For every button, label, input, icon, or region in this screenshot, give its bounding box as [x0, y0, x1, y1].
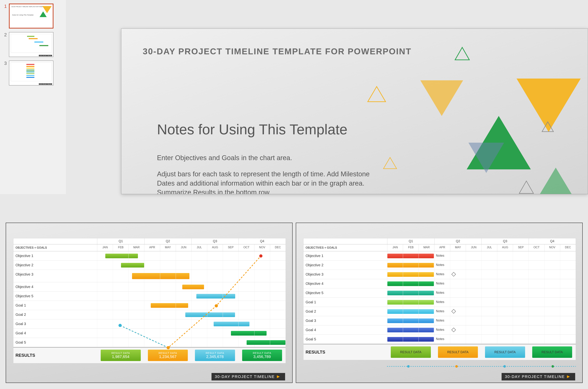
month-label: NOV [544, 244, 560, 251]
gantt-row: Objective 1Notes [304, 251, 576, 260]
svg-point-14 [455, 365, 458, 368]
result-box: RESULT DATA [391, 346, 431, 358]
notes-label: Notes [436, 337, 444, 341]
row-label: Objective 1 [13, 251, 97, 260]
triangle-icon [420, 80, 463, 116]
thumbnail-image-1[interactable]: 30-DAY PROJECT TIMELINE TEMPLATE FOR POW… [9, 3, 53, 29]
month-label: FEB [113, 244, 129, 251]
result-box: RESULT DATA3,456,789 [242, 350, 282, 361]
quarter-header: Q1 Q2 Q3 Q4 [304, 238, 576, 244]
svg-point-16 [552, 365, 554, 368]
notes-label: Notes [436, 300, 444, 304]
main-slide[interactable]: 30-DAY PROJECT TIMELINE TEMPLATE FOR POW… [121, 29, 588, 194]
row-label: Goal 4 [13, 329, 97, 338]
row-label: Goal 2 [304, 307, 387, 316]
slide-number-2: 2 [2, 32, 9, 37]
month-label: APR [144, 244, 160, 251]
month-label: SEP [513, 244, 528, 251]
result-box: RESULT DATA [438, 346, 478, 358]
row-label: Goal 1 [13, 301, 97, 310]
gantt-row: Objective 3Notes [304, 270, 576, 279]
row-label: Goal 5 [304, 335, 387, 344]
slide-body: Enter Objectives and Goals in the chart … [157, 153, 385, 194]
triangle-outline-icon [518, 180, 534, 194]
row-label: Objective 5 [304, 288, 387, 297]
month-label: AUG [207, 244, 223, 251]
results-label: RESULTS [304, 350, 387, 355]
result-box: RESULT DATA1,987,654 [101, 350, 141, 361]
task-bar[interactable] [121, 263, 144, 267]
triangle-icon [534, 168, 577, 194]
notes-label: Notes [436, 319, 444, 322]
gantt-row: Goal 4 [13, 329, 286, 338]
row-label: Goal 1 [304, 298, 387, 307]
row-label: Objective 4 [304, 279, 387, 288]
q-label: Q1 [97, 238, 144, 244]
result-box: RESULT DATA [532, 346, 572, 358]
footer-tag: 30-DAY PROJECT TIMELINE [211, 373, 285, 381]
result-box: RESULT DATA [485, 346, 525, 358]
notes-label: Notes [436, 291, 444, 294]
thumbnail-image-3[interactable]: 30-DAY PROJECT TIMELINE [9, 61, 53, 86]
gantt-row: Goal 2 [13, 310, 286, 319]
triangle-outline-icon [367, 86, 386, 103]
q-label: Q4 [529, 238, 576, 244]
milestone-icon [451, 272, 456, 277]
results-label: RESULTS [13, 353, 97, 358]
month-label: JUL [482, 244, 497, 251]
objectives-goals-label: OBJECTIVES + GOALS [13, 244, 97, 251]
notes-label: Notes [436, 254, 444, 258]
month-label: JAN [97, 244, 113, 251]
gantt-chart-right: Q1 Q2 Q3 Q4 OBJECTIVES + GOALS JAN FEB M… [296, 223, 583, 383]
triangle-outline-icon [383, 157, 397, 169]
gantt-row: Objective 4 [13, 282, 286, 292]
slide-thumbnail-1[interactable]: 1 30-DAY PROJECT TIMELINE TEMPLATE FOR P… [2, 3, 64, 29]
body-p1: Enter Objectives and Goals in the chart … [157, 153, 385, 162]
triangle-icon [468, 143, 504, 173]
svg-marker-1 [368, 87, 385, 102]
results-row: RESULTS RESULT DATA1,987,654 RESULT DATA… [13, 347, 286, 363]
q-label: Q1 [387, 238, 434, 244]
gantt-row: Goal 5Notes [304, 335, 576, 344]
row-label: Objective 2 [13, 260, 97, 270]
gantt-row: Objective 3 [13, 270, 286, 282]
gantt-row: Objective 4Notes [304, 279, 576, 288]
svg-rect-10 [451, 309, 456, 314]
month-label: FEB [403, 244, 418, 251]
gantt-row: Objective 1 [13, 251, 286, 260]
gantt-row: Goal 1Notes [304, 298, 576, 307]
q-label: Q3 [482, 238, 529, 244]
trend-line-overlay [387, 364, 576, 369]
row-label: Goal 5 [13, 338, 97, 347]
result-box: RESULT DATA1,234,567 [148, 350, 188, 361]
gantt-row: Goal 3Notes [304, 316, 576, 325]
result-box: RESULT DATA2,345,678 [195, 350, 235, 361]
gantt-row: Objective 5 [13, 292, 286, 301]
slide-thumbnail-2[interactable]: 2 30-DAY PROJECT TIMELINE [2, 32, 64, 57]
q-label: Q2 [434, 238, 482, 244]
task-bar[interactable] [182, 285, 204, 289]
thumbnail-image-2[interactable]: 30-DAY PROJECT TIMELINE [9, 32, 53, 57]
q-label: Q2 [144, 238, 192, 244]
month-label: OCT [528, 244, 544, 251]
slide-subtitle: Notes for Using This Template [157, 121, 347, 138]
slide-thumbnail-3[interactable]: 3 30-DAY PROJECT TIMELINE [2, 61, 64, 86]
milestone-icon [451, 309, 456, 314]
row-label: Objective 3 [13, 270, 97, 282]
svg-rect-11 [451, 328, 456, 332]
row-label: Goal 2 [13, 310, 97, 319]
gantt-row: Objective 2 [13, 260, 286, 270]
gantt-row: Goal 5 [13, 338, 286, 347]
body-p2: Adjust bars for each task to represent t… [157, 169, 385, 194]
month-label: JUN [176, 244, 191, 251]
month-label: JUL [191, 244, 207, 251]
month-label: JUN [466, 244, 482, 251]
gantt-table-left: Q1 Q2 Q3 Q4 OBJECTIVES + GOALS JAN FEB M… [13, 238, 286, 363]
month-label: MAR [129, 244, 144, 251]
month-header: OBJECTIVES + GOALS JAN FEB MAR APR MAY J… [13, 244, 286, 251]
notes-label: Notes [436, 272, 444, 276]
row-label: Objective 2 [304, 260, 387, 270]
gantt-row: Objective 5Notes [304, 288, 576, 298]
results-row: RESULTS RESULT DATA RESULT DATA RESULT D… [304, 344, 576, 360]
q-label: Q4 [239, 238, 286, 244]
